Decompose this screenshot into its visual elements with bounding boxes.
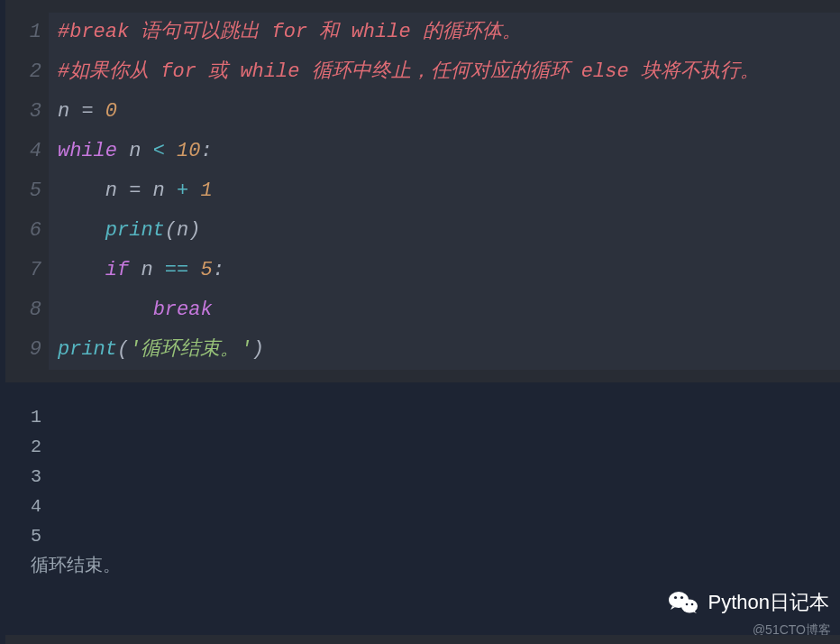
code-token: 0 <box>105 100 117 123</box>
line-number-gutter: 123456789 <box>5 13 49 370</box>
code-token: : <box>213 259 224 281</box>
code-token: n <box>177 219 188 242</box>
code-token: : <box>200 140 212 162</box>
code-token: print <box>105 219 165 242</box>
code-token <box>58 219 105 242</box>
output-line: 2 <box>31 432 809 462</box>
line-number: 2 <box>5 52 41 92</box>
code-token: n <box>58 179 129 202</box>
watermark-badge: Python日记本 <box>667 586 830 619</box>
line-number: 7 <box>5 251 41 290</box>
code-token: = <box>81 100 93 123</box>
code-line: #如果你从 for 或 while 循环中终止，任何对应的循环 else 块将不… <box>58 52 840 92</box>
code-token <box>165 140 177 162</box>
code-token: #break 语句可以跳出 for 和 while 的循环体。 <box>58 21 522 43</box>
code-token: ) <box>252 338 264 361</box>
line-number: 3 <box>5 92 41 132</box>
code-line: while n < 10: <box>58 132 840 171</box>
code-token: ( <box>165 219 177 242</box>
output-line: 循环结束。 <box>31 551 809 581</box>
code-token: while <box>58 140 117 162</box>
code-token: print <box>58 338 117 361</box>
code-line: print('循环结束。') <box>58 330 840 370</box>
watermark-title: Python日记本 <box>708 589 830 616</box>
line-number: 8 <box>5 290 41 330</box>
line-number: 6 <box>5 211 41 251</box>
code-line: break <box>58 290 840 330</box>
code-line: print(n) <box>58 211 840 251</box>
code-token: n <box>141 179 177 202</box>
code-token: ( <box>117 338 129 361</box>
code-token: break <box>153 299 213 321</box>
code-block: 123456789 #break 语句可以跳出 for 和 while 的循环体… <box>0 0 840 382</box>
code-token: n <box>58 100 81 123</box>
output-block: 12345循环结束。 <box>0 382 840 590</box>
code-line: n = n + 1 <box>58 171 840 211</box>
code-token: + <box>177 179 188 202</box>
svg-point-3 <box>680 596 682 599</box>
code-token <box>188 179 200 202</box>
line-number: 1 <box>5 13 41 52</box>
code-token: if <box>105 259 129 281</box>
code-token <box>58 299 153 321</box>
wechat-icon <box>667 586 699 619</box>
line-number: 5 <box>5 171 41 211</box>
code-token: ) <box>188 219 200 242</box>
output-line: 4 <box>31 492 809 521</box>
line-number: 9 <box>5 330 41 370</box>
code-token: 1 <box>200 179 212 202</box>
svg-point-1 <box>681 600 698 613</box>
code-token: #如果你从 for 或 while 循环中终止，任何对应的循环 else 块将不… <box>58 60 760 83</box>
code-token: n <box>129 259 165 281</box>
code-token <box>58 259 105 281</box>
code-line: n = 0 <box>58 92 840 132</box>
line-number: 4 <box>5 132 41 171</box>
bottom-divider <box>0 635 840 644</box>
output-line: 3 <box>31 462 809 492</box>
code-line: if n == 5: <box>58 251 840 290</box>
code-token: == <box>165 259 188 281</box>
code-line: #break 语句可以跳出 for 和 while 的循环体。 <box>58 13 840 52</box>
svg-point-4 <box>685 603 688 606</box>
output-line: 1 <box>31 402 809 432</box>
code-token <box>188 259 200 281</box>
code-token <box>94 100 105 123</box>
code-token: < <box>153 140 165 162</box>
code-token: '循环结束。' <box>129 338 251 361</box>
output-line: 5 <box>31 521 809 551</box>
code-area: #break 语句可以跳出 for 和 while 的循环体。#如果你从 for… <box>49 13 840 370</box>
svg-point-5 <box>690 603 693 606</box>
code-token: = <box>129 179 141 202</box>
svg-point-2 <box>673 596 676 599</box>
code-token: n <box>117 140 153 162</box>
code-token: 10 <box>177 140 200 162</box>
code-token: 5 <box>200 259 212 281</box>
